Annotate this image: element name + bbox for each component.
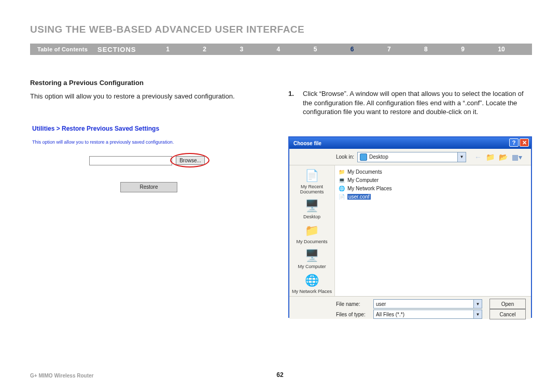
back-icon[interactable]: ← (474, 153, 482, 161)
router-ui-screenshot: Utilities > Restore Previous Saved Setti… (32, 125, 274, 192)
place-icon: 📁 (304, 223, 320, 238)
filetype-combo[interactable]: All Files (*.*) ▼ (373, 310, 482, 319)
place-label: My Documents (291, 239, 333, 244)
place-my-documents[interactable]: 📁My Documents (291, 222, 333, 246)
step-text: Click “Browse”. A window will open that … (303, 89, 532, 117)
chevron-down-icon[interactable]: ▼ (473, 310, 482, 318)
browse-highlight-circle (170, 153, 209, 167)
intro-text: This option will allow you to restore a … (30, 92, 274, 101)
views-icon[interactable]: ▦▾ (512, 153, 522, 161)
desktop-icon (360, 153, 367, 161)
place-label: Desktop (291, 214, 333, 219)
place-label: My Recent Documents (291, 184, 333, 194)
file-item[interactable]: 💻My Computer (338, 176, 528, 184)
section-link-2[interactable]: 2 (203, 46, 206, 53)
filename-label: File name: (336, 301, 369, 307)
place-label: My Computer (291, 264, 333, 269)
chevron-down-icon[interactable]: ▼ (473, 300, 482, 308)
section-link-3[interactable]: 3 (240, 46, 243, 53)
place-my-computer[interactable]: 🖥️My Computer (291, 247, 333, 271)
file-item[interactable]: 📄user.conf (338, 192, 528, 201)
place-icon: 🖥️ (304, 199, 320, 213)
cancel-button[interactable]: Cancel (489, 309, 526, 319)
step-1: 1. Click “Browse”. A window will open th… (288, 89, 532, 117)
section-link-10[interactable]: 10 (498, 46, 505, 53)
dialog-titlebar: Choose file ? ✕ (289, 137, 531, 149)
section-link-1[interactable]: 1 (166, 46, 170, 53)
place-icon: 🌐 (304, 273, 320, 288)
place-my-network-places[interactable]: 🌐My Network Places (291, 272, 333, 296)
file-icon: 📁 (338, 169, 345, 175)
file-icon: 🌐 (338, 186, 345, 191)
subheading: Restoring a Previous Configuration (30, 79, 274, 87)
lookin-label: Look in: (336, 154, 354, 160)
lookin-value: Desktop (369, 154, 388, 160)
filename-input[interactable]: user ▼ (373, 299, 482, 309)
footer-product: G+ MIMO Wireless Router (30, 373, 93, 379)
file-item[interactable]: 📁My Documents (338, 167, 528, 176)
dialog-close-button[interactable]: ✕ (520, 138, 529, 147)
sections-label: SECTIONS (97, 46, 149, 53)
file-item[interactable]: 🌐My Network Places (338, 184, 528, 192)
file-icon: 💻 (338, 177, 345, 183)
dialog-title-text: Choose file (293, 141, 321, 146)
file-name: My Computer (347, 177, 379, 183)
section-link-8[interactable]: 8 (424, 46, 428, 53)
config-file-input[interactable] (89, 156, 172, 165)
place-label: My Network Places (291, 289, 333, 294)
router-breadcrumb: Utilities > Restore Previous Saved Setti… (32, 125, 274, 132)
dialog-help-button[interactable]: ? (509, 138, 519, 147)
step-number: 1. (288, 89, 296, 117)
up-folder-icon[interactable]: 📁 (486, 153, 495, 161)
filetype-label: Files of type: (336, 312, 369, 317)
place-icon: 🖥️ (304, 248, 320, 263)
new-folder-icon[interactable]: 📂 (499, 153, 508, 161)
file-list[interactable]: 📁My Documents💻My Computer🌐My Network Pla… (335, 165, 531, 296)
file-name: My Documents (347, 169, 382, 175)
section-link-4[interactable]: 4 (277, 46, 281, 53)
file-name: My Network Places (347, 186, 392, 191)
places-bar: 📄My Recent Documents🖥️Desktop📁My Documen… (289, 165, 335, 296)
router-desc: This option will allow you to restore a … (32, 139, 274, 145)
section-nav-bar: Table of Contents SECTIONS 12345678910 (30, 44, 532, 55)
file-name: user.conf (347, 194, 371, 200)
restore-button[interactable]: Restore (120, 182, 177, 192)
place-my-recent-documents[interactable]: 📄My Recent Documents (291, 167, 333, 197)
lookin-combo[interactable]: Desktop ▼ (357, 152, 466, 162)
place-desktop[interactable]: 🖥️Desktop (291, 198, 333, 221)
section-link-5[interactable]: 5 (314, 46, 317, 53)
footer-page-number: 62 (276, 371, 283, 379)
page-title: USING THE WEB-BASED ADVANCED USER INTERF… (30, 24, 304, 35)
file-icon: 📄 (338, 194, 345, 200)
section-link-6[interactable]: 6 (351, 46, 354, 53)
toc-link[interactable]: Table of Contents (30, 46, 97, 52)
place-icon: 📄 (304, 169, 320, 183)
section-link-9[interactable]: 9 (461, 46, 465, 53)
open-button[interactable]: Open (489, 299, 526, 309)
file-open-dialog: Choose file ? ✕ Look in: Desktop ▼ ← 📁 📂… (288, 136, 532, 318)
section-link-7[interactable]: 7 (387, 46, 391, 53)
chevron-down-icon[interactable]: ▼ (457, 152, 466, 162)
